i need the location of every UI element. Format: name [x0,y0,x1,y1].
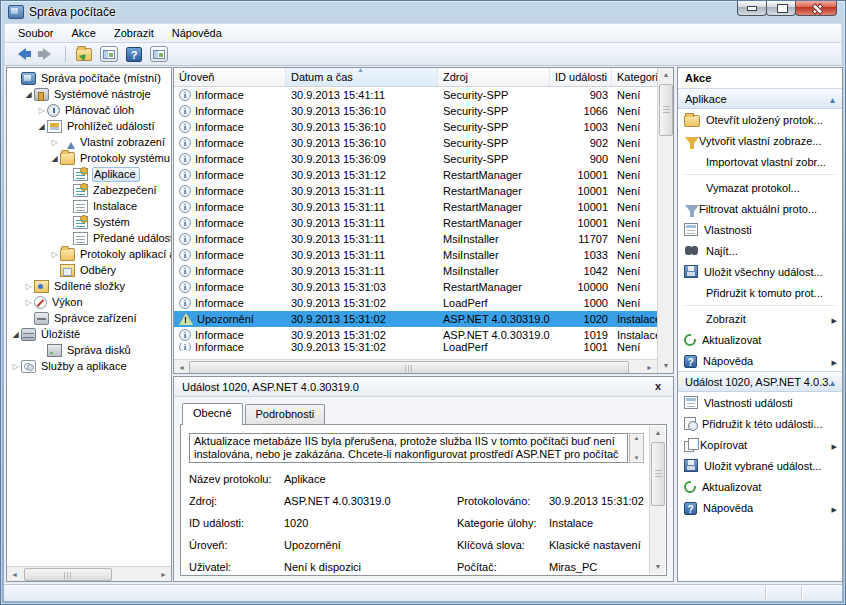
tree-item[interactable]: Výkon [7,294,171,310]
action-section-header[interactable]: Aplikace [678,88,842,109]
event-message-box[interactable]: Aktualizace metabáze IIS byla přerušena,… [189,433,628,463]
action-item[interactable]: Přidružit k této události... [678,413,842,434]
tree-item[interactable]: Systémové nástroje [7,86,171,102]
tree-item[interactable]: Úložiště [7,326,171,342]
event-row[interactable]: Informace30.9.2013 15:36:10Security-SPP1… [174,103,657,119]
list-scrollbar-thumb[interactable] [659,84,673,136]
event-row[interactable]: Informace30.9.2013 15:36:10Security-SPP9… [174,135,657,151]
scroll-up-arrow-icon[interactable] [651,426,665,440]
tree-item[interactable]: Plánovač úloh [7,102,171,118]
tree-expander-icon[interactable] [36,106,47,115]
list-horizontal-scrollbar[interactable] [174,359,657,373]
action-item[interactable]: Vytvořit vlastní zobraze... [678,130,842,151]
scroll-right-arrow-icon[interactable] [642,361,657,374]
close-button[interactable] [795,1,837,16]
detail-scrollbar-thumb[interactable] [651,442,665,506]
action-item[interactable]: Aktualizovat [678,329,842,350]
collapse-arrow-icon[interactable] [830,376,835,388]
tree-expander-icon[interactable] [36,122,47,131]
action-item[interactable]: Uložit vybrané událost... [678,455,842,476]
action-section-header[interactable]: Událost 1020, ASP.NET 4.0.3... [678,371,842,392]
tree-item[interactable]: Odběry [7,262,171,278]
tree-expander-icon[interactable] [10,362,21,371]
tree-expander-icon[interactable] [10,330,21,339]
tree-expander-icon[interactable] [49,154,60,163]
scroll-left-arrow-icon[interactable] [7,568,22,581]
event-row[interactable]: Informace30.9.2013 15:31:03RestartManage… [174,279,657,295]
action-item[interactable]: Otevřít uložený protok... [678,109,842,130]
tree-item[interactable]: Systém [7,214,171,230]
action-item[interactable]: Kopírovat [678,434,842,455]
list-vertical-scrollbar[interactable] [657,68,673,373]
action-item[interactable]: Uložit všechny událost... [678,261,842,282]
action-item[interactable]: Vlastnosti události [678,392,842,413]
menu-item-nápověda[interactable]: Nápověda [163,25,231,41]
restore-button[interactable] [766,1,796,16]
list-scrollbar-thumb-h[interactable] [189,361,629,374]
column-header-3[interactable]: ID události [550,68,612,86]
event-row[interactable]: Informace30.9.2013 15:31:02LoadPerf1000N… [174,295,657,311]
event-row[interactable]: Informace30.9.2013 15:36:10Security-SPP1… [174,119,657,135]
action-item[interactable]: Najít... [678,240,842,261]
action-item[interactable]: Nápověda [678,350,842,371]
event-row[interactable]: Informace30.9.2013 15:41:11Security-SPP9… [174,87,657,103]
scroll-right-arrow-icon[interactable] [156,568,171,581]
column-header-1[interactable]: Datum a čas [286,68,438,86]
tree-expander-icon[interactable] [23,90,34,99]
tree-item[interactable]: Služby a aplikace [7,358,171,374]
tree-item[interactable]: Správce zařízení [7,310,171,326]
detail-vertical-scrollbar[interactable] [649,426,665,574]
event-row[interactable]: Upozornění30.9.2013 15:31:02ASP.NET 4.0.… [174,311,657,327]
scroll-left-arrow-icon[interactable] [174,361,189,374]
help-button[interactable]: ? [124,45,144,64]
event-row[interactable]: Informace30.9.2013 15:31:11MsiInstaller1… [174,231,657,247]
tree-expander-icon[interactable] [49,250,60,259]
action-item[interactable]: Filtrovat aktuální proto... [678,198,842,219]
event-row[interactable]: Informace30.9.2013 15:36:09Security-SPP9… [174,151,657,167]
action-item[interactable]: Vymazat protokol... [678,177,842,198]
action-item[interactable]: Nápověda [678,497,842,518]
open-log-button[interactable] [74,45,94,64]
tree-expander-icon[interactable] [23,298,34,307]
menu-item-zobrazit[interactable]: Zobrazit [105,25,163,41]
scroll-up-arrow-icon[interactable] [659,68,673,82]
tree-item[interactable]: Instalace [7,198,171,214]
tab-obecné[interactable]: Obecné [182,403,243,425]
action-item[interactable]: Aktualizovat [678,476,842,497]
event-row[interactable]: Informace30.9.2013 15:31:11MsiInstaller1… [174,247,657,263]
tree-item[interactable]: Vlastní zobrazení [7,134,171,150]
forward-button[interactable] [37,45,57,64]
tree-expander-icon[interactable] [23,282,34,291]
message-scrollbar[interactable] [629,433,644,463]
back-button[interactable] [12,45,32,64]
event-row[interactable]: Informace30.9.2013 15:31:02LoadPerf1001N… [174,343,657,351]
event-row[interactable]: Informace30.9.2013 15:31:11MsiInstaller1… [174,263,657,279]
menu-item-akce[interactable]: Akce [62,25,104,41]
action-item[interactable]: Přidružit k tomuto prot... [678,282,842,303]
tree-item[interactable]: Sdílené složky [7,278,171,294]
tree-expander-icon[interactable] [49,138,60,147]
action-item[interactable]: Vlastnosti [678,219,842,240]
scroll-down-arrow-icon[interactable] [659,359,673,373]
tab-podrobnosti[interactable]: Podrobnosti [245,404,326,425]
action-pane-toggle-button[interactable] [149,45,169,64]
event-row[interactable]: Informace30.9.2013 15:31:11RestartManage… [174,215,657,231]
detail-close-icon[interactable]: x [651,380,665,394]
console-tree-toggle-button[interactable] [99,45,119,64]
tree-item[interactable]: Protokoly systému V [7,150,171,166]
tree-item[interactable]: Prohlížeč událostí [7,118,171,134]
column-header-0[interactable]: Úroveň [174,68,286,86]
event-row[interactable]: Informace30.9.2013 15:31:11RestartManage… [174,183,657,199]
event-row[interactable]: Informace30.9.2013 15:31:11RestartManage… [174,199,657,215]
tree-scrollbar-thumb[interactable] [24,568,112,581]
collapse-arrow-icon[interactable] [830,93,835,105]
tree-item[interactable]: Správa disků [7,342,171,358]
event-row[interactable]: Informace30.9.2013 15:31:12RestartManage… [174,167,657,183]
tree-item[interactable]: Správa počítače (místní) [7,70,171,86]
tree-item[interactable]: Zabezpečení [7,182,171,198]
action-item[interactable]: Zobrazit [678,308,842,329]
scroll-down-arrow-icon[interactable] [651,560,665,574]
menu-item-soubor[interactable]: Soubor [9,25,62,41]
minimize-button[interactable] [737,1,767,16]
tree-horizontal-scrollbar[interactable] [7,566,171,581]
